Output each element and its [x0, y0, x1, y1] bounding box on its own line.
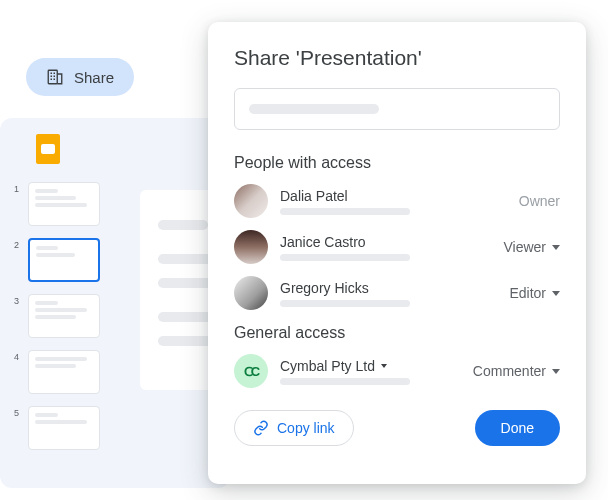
slide-thumbnail[interactable]: [28, 182, 100, 226]
slide-thumbnail[interactable]: [28, 406, 100, 450]
person-email-placeholder: [280, 300, 410, 307]
person-row: Janice Castro Viewer: [234, 230, 560, 264]
thumbnail-row[interactable]: 5: [14, 406, 216, 450]
slides-logo-icon: [36, 134, 60, 164]
org-name-dropdown[interactable]: Cymbal Pty Ltd: [280, 358, 461, 374]
slide-thumbnail[interactable]: [28, 350, 100, 394]
person-row: Dalia Patel Owner: [234, 184, 560, 218]
org-row: ⅭC Cymbal Pty Ltd Commenter: [234, 354, 560, 388]
person-name: Janice Castro: [280, 234, 491, 250]
link-icon: [253, 420, 269, 436]
slide-thumbnail[interactable]: [28, 294, 100, 338]
people-search-input[interactable]: [234, 88, 560, 130]
person-row: Gregory Hicks Editor: [234, 276, 560, 310]
building-icon: [46, 68, 64, 86]
person-email-placeholder: [280, 254, 410, 261]
org-sub-placeholder: [280, 378, 410, 385]
avatar: [234, 230, 268, 264]
role-dropdown[interactable]: Commenter: [473, 363, 560, 379]
role-dropdown[interactable]: Viewer: [503, 239, 560, 255]
share-dialog: Share 'Presentation' People with access …: [208, 22, 586, 484]
copy-link-button[interactable]: Copy link: [234, 410, 354, 446]
share-chip[interactable]: Share: [26, 58, 134, 96]
avatar: [234, 276, 268, 310]
chevron-down-icon: [552, 245, 560, 250]
person-email-placeholder: [280, 208, 410, 215]
people-access-heading: People with access: [234, 154, 560, 172]
general-access-heading: General access: [234, 324, 560, 342]
chevron-down-icon: [552, 369, 560, 374]
share-chip-label: Share: [74, 69, 114, 86]
svg-rect-0: [48, 70, 57, 84]
org-icon: ⅭC: [234, 354, 268, 388]
role-dropdown[interactable]: Editor: [509, 285, 560, 301]
avatar: [234, 184, 268, 218]
chevron-down-icon: [552, 291, 560, 296]
person-name: Gregory Hicks: [280, 280, 497, 296]
slide-thumbnail-selected[interactable]: [28, 238, 100, 282]
done-button[interactable]: Done: [475, 410, 560, 446]
role-owner: Owner: [519, 193, 560, 209]
person-name: Dalia Patel: [280, 188, 507, 204]
dialog-title: Share 'Presentation': [234, 46, 560, 70]
chevron-down-icon: [381, 364, 387, 368]
input-placeholder: [249, 104, 379, 114]
